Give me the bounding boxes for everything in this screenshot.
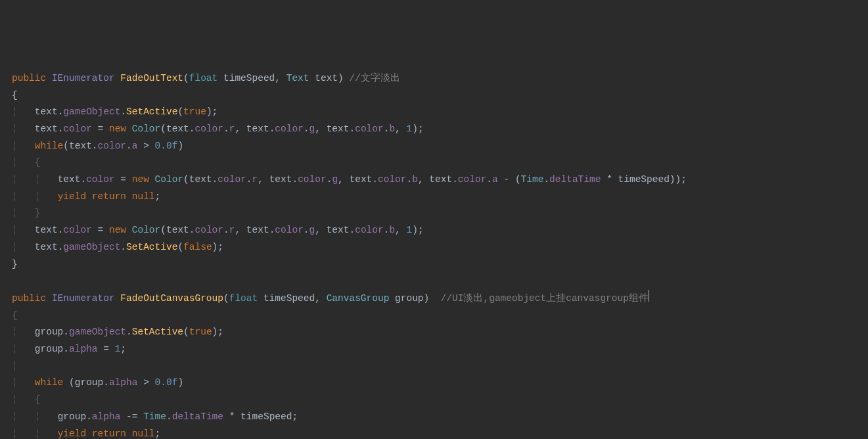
blank-line: ¦ xyxy=(12,361,18,371)
keyword-true: true xyxy=(183,106,206,117)
keyword-null: null xyxy=(132,191,155,202)
prop-deltatime: deltaTime xyxy=(549,174,601,185)
code-line: { xyxy=(12,310,18,321)
code-line: ¦ ¦ text.color = new Color(text.color.r,… xyxy=(12,174,687,185)
class-color: Color xyxy=(132,124,161,134)
code-line: ¦ group.alpha = 1; xyxy=(12,344,126,354)
code-line: ¦ text.color = new Color(text.color.r, t… xyxy=(12,225,424,235)
keyword-public: public xyxy=(12,73,46,83)
param-text: text xyxy=(315,73,338,83)
code-line: public IEnumerator FadeOutCanvasGroup(fl… xyxy=(12,293,649,304)
keyword-float: float xyxy=(189,73,218,83)
code-line: public IEnumerator FadeOutText(float tim… xyxy=(12,73,400,83)
method-fadeoutcanvasgroup: FadeOutCanvasGroup xyxy=(120,293,223,304)
var: text xyxy=(35,106,58,117)
keyword-while: while xyxy=(35,141,64,151)
code-line: ¦ while(text.color.a > 0.0f) xyxy=(12,141,183,151)
param-timespeed: timeSpeed xyxy=(223,73,275,83)
code-line: ¦ ¦ group.alpha -= Time.deltaTime * time… xyxy=(12,411,298,422)
type-ienumerator: IEnumerator xyxy=(52,73,115,83)
code-line: { xyxy=(12,90,18,101)
code-line: ¦ ¦ yield return null; xyxy=(12,428,160,439)
prop-gameobject: gameObject xyxy=(63,106,120,117)
number: 1 xyxy=(407,124,413,134)
method-fadeouttext: FadeOutText xyxy=(120,73,183,83)
type-canvasgroup: CanvasGroup xyxy=(327,293,390,304)
keyword-return: return xyxy=(92,191,126,202)
comment: //文字淡出 xyxy=(349,73,400,83)
code-line: ¦ } xyxy=(12,208,41,218)
prop-alpha: alpha xyxy=(69,344,98,354)
method-setactive: SetActive xyxy=(126,106,177,117)
code-line: ¦ { xyxy=(12,157,41,168)
keyword-false: false xyxy=(183,242,212,252)
text-caret xyxy=(649,290,649,302)
code-line: ¦ text.gameObject.SetActive(true); xyxy=(12,106,217,117)
blank-line xyxy=(12,275,18,286)
code-line: ¦ group.gameObject.SetActive(true); xyxy=(12,327,223,337)
code-line: ¦ text.color = new Color(text.color.r, t… xyxy=(12,124,424,134)
code-line: ¦ { xyxy=(12,394,41,405)
type-text: Text xyxy=(286,73,309,83)
class-time: Time xyxy=(521,174,544,185)
code-line: ¦ while (group.alpha > 0.0f) xyxy=(12,377,183,388)
code-line: ¦ ¦ yield return null; xyxy=(12,191,160,202)
code-editor[interactable]: public IEnumerator FadeOutText(float tim… xyxy=(12,70,868,439)
code-line: } xyxy=(12,259,18,269)
keyword-yield: yield xyxy=(58,191,87,202)
code-line: ¦ text.gameObject.SetActive(false); xyxy=(12,242,223,252)
comment: //UI淡出,gameobject上挂canvasgroup组件 xyxy=(441,293,649,304)
